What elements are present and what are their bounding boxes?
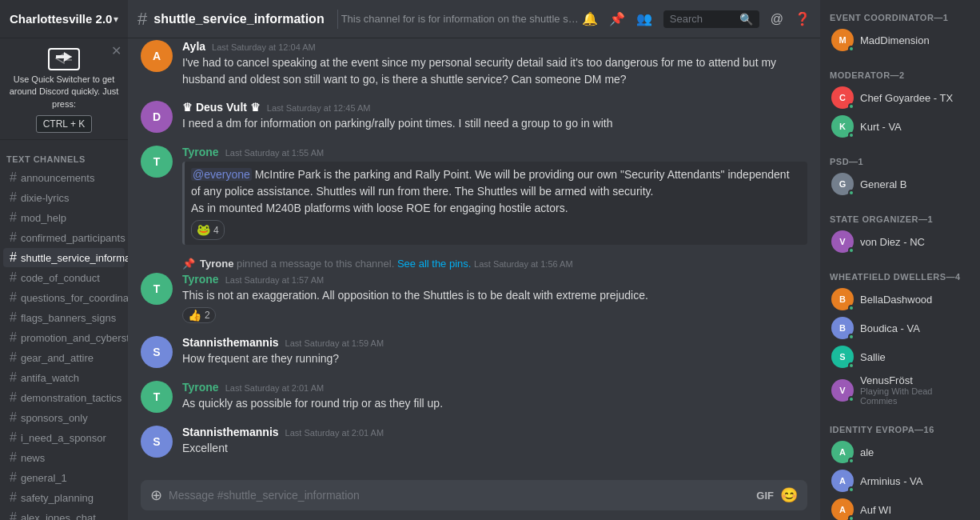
member-info: VenusFröstPlaying With Dead Commies <box>860 374 969 406</box>
online-indicator <box>848 362 855 369</box>
avatar: T <box>141 381 173 413</box>
online-indicator <box>848 486 855 493</box>
sidebar-item-announcements[interactable]: #announcements <box>3 168 125 187</box>
member-item[interactable]: KKurt - VA <box>827 112 974 141</box>
message-input[interactable] <box>169 489 750 502</box>
hash-icon: # <box>10 490 17 505</box>
sidebar-item-dixie-lyrics[interactable]: #dixie-lyrics <box>3 188 125 207</box>
member-item[interactable]: Aale <box>827 438 974 466</box>
member-info: Boudica - VA <box>860 322 920 334</box>
add-file-icon[interactable]: ⊕ <box>150 486 162 504</box>
member-info: General B <box>860 178 907 190</box>
channel-label: promotion_and_cyberstr... <box>21 332 128 344</box>
member-item[interactable]: Vvon Diez - NC <box>827 227 974 256</box>
reaction-count: 2 <box>205 310 210 321</box>
hash-icon: # <box>10 270 17 285</box>
reaction-emoji: 🐸 <box>197 222 210 238</box>
avatar: V <box>831 379 854 402</box>
sidebar-item-confirmed_participants[interactable]: #confirmed_participants <box>3 228 125 247</box>
online-indicator <box>848 103 855 110</box>
gif-icon[interactable]: GIF <box>756 490 774 502</box>
pin-icon[interactable]: 📌 <box>609 11 625 26</box>
channel-category-label[interactable]: TEXT CHANNELS <box>0 146 128 167</box>
member-item[interactable]: SSallie <box>827 342 974 371</box>
channel-list-items: #announcements#dixie-lyrics#mod_help#con… <box>0 168 128 520</box>
message-time: Last Saturday at 2:01 AM <box>285 428 384 438</box>
role-header: PSD—1 <box>827 154 974 170</box>
topbar-icons: 🔔 📌 👥 🔍 @ ❓ <box>582 10 811 28</box>
hash-icon: # <box>10 370 17 385</box>
online-indicator <box>848 46 855 52</box>
member-item[interactable]: AArminius - VA <box>827 466 974 495</box>
sidebar-item-alex_jones_chat[interactable]: #alex_jones_chat <box>3 508 125 520</box>
hash-icon: # <box>10 210 17 225</box>
server-name: Charlottesville 2.0 <box>10 12 112 26</box>
message-time: Last Saturday at 1:55 AM <box>225 148 325 158</box>
avatar: B <box>831 288 854 310</box>
avatar: B <box>831 317 854 339</box>
channel-label: general_1 <box>21 472 67 484</box>
member-item[interactable]: BBoudica - VA <box>827 314 974 342</box>
online-indicator <box>848 515 855 520</box>
sidebar-item-promotion_and_cyberstr[interactable]: #promotion_and_cyberstr... <box>3 328 125 347</box>
role-header: WHEATFIELD DWELLERS—4 <box>827 269 974 285</box>
server-header[interactable]: Charlottesville 2.0 ▾ <box>0 0 128 38</box>
pin-icon: 📌 <box>182 258 195 270</box>
help-icon[interactable]: ❓ <box>795 11 811 26</box>
search-input[interactable] <box>670 13 735 25</box>
hash-icon: # <box>10 410 17 425</box>
sidebar-item-sponsors_only[interactable]: #sponsors_only <box>3 408 125 427</box>
member-name: Kurt - VA <box>860 121 902 133</box>
members-icon[interactable]: 👥 <box>636 11 652 26</box>
sidebar-item-flags_banners_signs[interactable]: #flags_banners_signs <box>3 308 125 327</box>
hash-icon: # <box>10 390 17 405</box>
sidebar-item-demonstration_tactics[interactable]: #demonstration_tactics <box>3 388 125 407</box>
role-section: IDENTITY EVROPA—16AaleAArminius - VAAAuf… <box>820 412 980 520</box>
avatar: M <box>831 29 854 51</box>
reaction[interactable]: 🐸4 <box>191 220 225 240</box>
sidebar: Charlottesville 2.0 ▾ ✕ Use Quick Switch… <box>0 0 128 520</box>
see-all-pins-link[interactable]: See all the pins. <box>397 258 472 270</box>
switcher-arrows-icon <box>48 48 80 70</box>
sidebar-item-gear_and_attire[interactable]: #gear_and_attire <box>3 348 125 367</box>
sidebar-item-code_of_conduct[interactable]: #code_of_conduct <box>3 268 125 287</box>
bell-icon[interactable]: 🔔 <box>582 11 598 26</box>
member-item[interactable]: MMadDimension <box>827 26 974 54</box>
sidebar-item-general_1[interactable]: #general_1 <box>3 468 125 487</box>
channel-label: flags_banners_signs <box>21 312 116 324</box>
member-name: BellaDashwood <box>860 294 932 306</box>
channel-label: alex_jones_chat <box>21 512 96 520</box>
channel-hash-icon: # <box>137 9 147 30</box>
channel-label: demonstration_tactics <box>21 392 122 404</box>
highlighted-message: @everyone McIntire Park is the parking a… <box>182 162 807 245</box>
message-text: @everyone McIntire Park is the parking a… <box>191 166 801 200</box>
message-group: D♛ Deus Vult ♛Last Saturday at 12:45 AMI… <box>141 101 807 133</box>
sidebar-item-safety_planning[interactable]: #safety_planning <box>3 488 125 507</box>
reaction[interactable]: 👍2 <box>182 307 216 323</box>
hash-icon: # <box>10 430 17 445</box>
search-box[interactable]: 🔍 <box>663 10 759 28</box>
emoji-icon[interactable]: 😊 <box>780 486 798 504</box>
quick-switcher-shortcut[interactable]: CTRL + K <box>36 115 93 133</box>
member-item[interactable]: AAuf WI <box>827 495 974 520</box>
avatar: D <box>141 101 173 133</box>
member-item[interactable]: CChef Goyardee - TX <box>827 83 974 112</box>
close-icon[interactable]: ✕ <box>111 43 122 58</box>
member-item[interactable]: GGeneral B <box>827 170 974 198</box>
sidebar-item-shuttle_service_informat[interactable]: #shuttle_service_informat... <box>3 248 125 267</box>
role-section: WHEATFIELD DWELLERS—4BBellaDashwoodBBoud… <box>820 259 980 412</box>
member-item[interactable]: VVenusFröstPlaying With Dead Commies <box>827 371 974 409</box>
topbar-divider <box>337 10 338 29</box>
online-indicator <box>848 190 855 196</box>
member-status: Playing With Dead Commies <box>860 386 969 406</box>
sidebar-item-mod_help[interactable]: #mod_help <box>3 208 125 227</box>
at-icon[interactable]: @ <box>771 12 783 26</box>
sidebar-item-antifa_watch[interactable]: #antifa_watch <box>3 368 125 387</box>
sidebar-item-i_need_a_sponsor[interactable]: #i_need_a_sponsor <box>3 428 125 447</box>
sidebar-item-questions_for_coordinat[interactable]: #questions_for_coordinat... <box>3 288 125 307</box>
channel-label: announcements <box>21 172 95 184</box>
message-header: TyroneLast Saturday at 2:01 AM <box>182 381 807 394</box>
topbar: # shuttle_service_information This chann… <box>128 0 820 38</box>
sidebar-item-news[interactable]: #news <box>3 448 125 467</box>
member-item[interactable]: BBellaDashwood <box>827 285 974 314</box>
